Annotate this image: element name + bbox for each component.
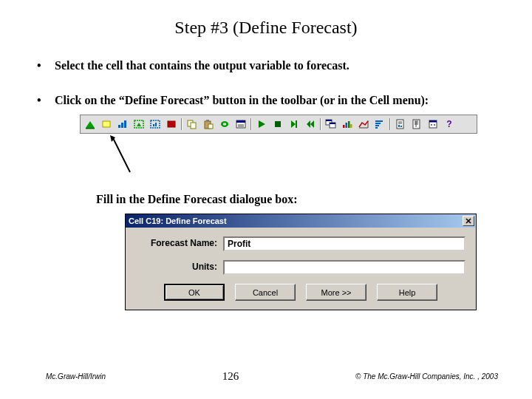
define-decision-icon bbox=[100, 119, 112, 129]
trend-chart-icon bbox=[358, 119, 369, 129]
cancel-button[interactable]: Cancel bbox=[235, 284, 296, 301]
svg-rect-5 bbox=[124, 120, 126, 128]
svg-point-54 bbox=[431, 124, 432, 126]
stop-button[interactable] bbox=[270, 117, 286, 132]
overlay-chart-button[interactable] bbox=[339, 117, 355, 132]
stop-icon bbox=[272, 119, 284, 129]
reset-icon bbox=[304, 119, 316, 129]
svg-rect-46 bbox=[400, 126, 402, 127]
crystal-ball-toolbar-container: ? bbox=[80, 115, 477, 134]
svg-marker-28 bbox=[307, 120, 310, 128]
copy-data-button[interactable] bbox=[184, 117, 200, 132]
footer-left: Mc.Graw-Hill/Irwin bbox=[46, 372, 106, 381]
dialog-title: Cell C19: Define Forecast bbox=[129, 216, 227, 226]
svg-marker-0 bbox=[86, 121, 95, 128]
svg-marker-24 bbox=[259, 120, 265, 128]
run-button[interactable] bbox=[253, 117, 270, 132]
svg-rect-9 bbox=[153, 124, 154, 126]
ok-button[interactable]: OK bbox=[164, 284, 225, 301]
define-forecast-icon bbox=[117, 119, 129, 129]
create-report-button[interactable] bbox=[392, 117, 409, 132]
paste-data-icon bbox=[202, 119, 214, 129]
units-label: Units: bbox=[136, 262, 223, 273]
help-icon: ? bbox=[443, 119, 455, 129]
run-prefs-icon bbox=[427, 119, 439, 129]
svg-rect-33 bbox=[330, 123, 335, 124]
svg-rect-42 bbox=[397, 120, 403, 129]
run-icon bbox=[256, 119, 267, 129]
footer-right: © The Mc.Graw-Hill Companies, Inc. , 200… bbox=[355, 372, 498, 381]
forecast-windows-button[interactable] bbox=[323, 117, 339, 132]
single-step-icon bbox=[288, 119, 300, 129]
define-assumption-button[interactable] bbox=[82, 117, 98, 132]
select-forecasts-button[interactable] bbox=[147, 117, 163, 132]
dialog-titlebar[interactable]: Cell C19: Define Forecast bbox=[126, 214, 476, 228]
svg-rect-17 bbox=[208, 124, 213, 129]
svg-point-55 bbox=[434, 124, 435, 126]
slide: Step #3 (Define Forecast) Select the cel… bbox=[0, 0, 532, 399]
clear-data-icon bbox=[219, 119, 231, 129]
cell-prefs-icon bbox=[235, 119, 247, 129]
svg-rect-10 bbox=[155, 123, 157, 126]
svg-rect-4 bbox=[121, 123, 123, 128]
forecast-windows-icon bbox=[325, 119, 337, 129]
bullet-2-text: Click on the “Define Forecast” button in… bbox=[55, 94, 429, 106]
trend-chart-button[interactable] bbox=[355, 117, 372, 132]
help-button[interactable]: ? bbox=[441, 117, 457, 132]
more-button[interactable]: More >> bbox=[306, 284, 366, 301]
svg-rect-31 bbox=[326, 120, 332, 121]
forecast-name-input[interactable]: Profit bbox=[223, 236, 466, 251]
crystal-ball-toolbar: ? bbox=[80, 115, 477, 134]
svg-rect-16 bbox=[206, 120, 209, 122]
forecast-name-label: Forecast Name: bbox=[136, 238, 223, 250]
freeze-icon bbox=[166, 119, 177, 129]
freeze-button[interactable] bbox=[163, 117, 180, 132]
svg-rect-41 bbox=[375, 127, 378, 129]
svg-rect-14 bbox=[191, 123, 196, 129]
overlay-chart-icon bbox=[341, 119, 353, 129]
svg-marker-26 bbox=[291, 120, 296, 128]
select-forecasts-icon bbox=[149, 119, 161, 129]
reset-button[interactable] bbox=[302, 117, 318, 132]
svg-rect-35 bbox=[346, 123, 348, 128]
create-report-icon bbox=[395, 119, 406, 129]
slide-footer: Mc.Graw-Hill/Irwin 126 © The Mc.Graw-Hil… bbox=[0, 370, 532, 383]
paste-data-button[interactable] bbox=[200, 117, 216, 132]
svg-marker-29 bbox=[310, 120, 314, 128]
svg-rect-53 bbox=[429, 120, 437, 123]
svg-rect-25 bbox=[275, 121, 281, 127]
svg-rect-27 bbox=[296, 120, 297, 128]
page-title: Step #3 (Define Forecast) bbox=[30, 18, 502, 38]
units-input[interactable] bbox=[223, 260, 466, 275]
svg-rect-21 bbox=[236, 120, 245, 123]
svg-marker-7 bbox=[137, 123, 141, 126]
svg-rect-40 bbox=[375, 125, 379, 126]
copy-data-icon bbox=[186, 119, 198, 129]
callout-arrow bbox=[108, 135, 145, 175]
svg-marker-58 bbox=[110, 135, 115, 142]
fill-in-text: Fill in the Define Forecast dialogue box… bbox=[96, 192, 502, 208]
help-dialog-button[interactable]: Help bbox=[377, 284, 437, 301]
run-prefs-button[interactable] bbox=[425, 117, 441, 132]
svg-rect-2 bbox=[103, 121, 110, 127]
dialog-close-button[interactable] bbox=[463, 216, 474, 226]
cell-prefs-button[interactable] bbox=[233, 117, 249, 132]
svg-line-57 bbox=[112, 137, 130, 172]
bullet-2: Click on the “Define Forecast” button in… bbox=[35, 93, 502, 310]
single-step-button[interactable] bbox=[286, 117, 302, 132]
sensitivity-icon bbox=[374, 119, 386, 129]
define-decision-button[interactable] bbox=[98, 117, 115, 132]
extract-data-icon bbox=[411, 119, 423, 129]
define-forecast-button[interactable] bbox=[115, 117, 131, 132]
svg-rect-34 bbox=[343, 125, 345, 128]
select-assumptions-button[interactable] bbox=[131, 117, 147, 132]
extract-data-button[interactable] bbox=[409, 117, 425, 132]
clear-data-button[interactable] bbox=[216, 117, 233, 132]
close-icon bbox=[466, 218, 471, 224]
define-forecast-dialog: Cell C19: Define Forecast Forecast Name:… bbox=[125, 214, 477, 310]
svg-point-19 bbox=[223, 123, 227, 126]
svg-rect-37 bbox=[350, 124, 352, 128]
svg-text:?: ? bbox=[446, 119, 451, 129]
sensitivity-button[interactable] bbox=[372, 117, 388, 132]
page-number: 126 bbox=[222, 370, 239, 383]
